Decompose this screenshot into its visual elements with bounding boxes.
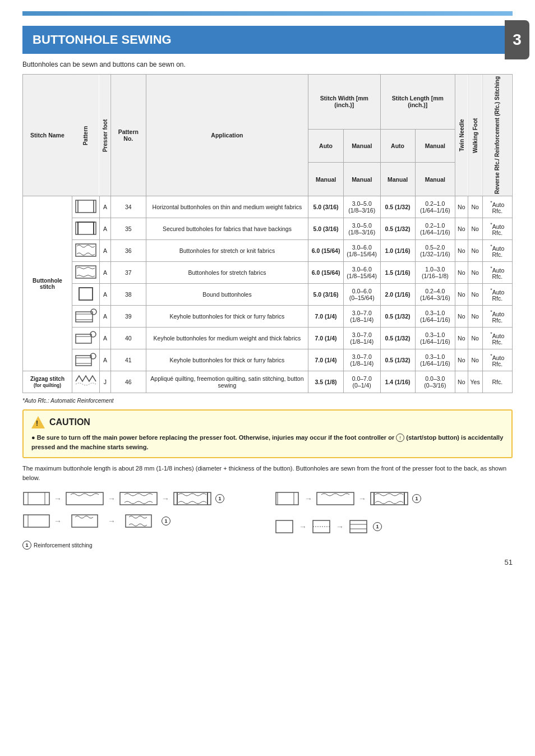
application-41: Keyhole buttonholes for thick or furry f… [146, 349, 308, 371]
sl-manual-39: 0.3–1.0(1/64–1/16) [415, 306, 455, 328]
svg-rect-40 [276, 520, 293, 533]
walking-foot-39: No [468, 306, 482, 328]
section-title: BUTTONHOLE SEWING [33, 33, 172, 47]
caution-icon [31, 416, 45, 428]
sl-auto-41: 0.5 (1/32) [380, 349, 415, 371]
sl-auto-39: 0.5 (1/32) [380, 306, 415, 328]
caution-box: CAUTION ● Be sure to turn off the main p… [22, 409, 513, 458]
reverse-34: *Auto Rfc. [482, 196, 512, 218]
th-twin-needle: Twin Needle [455, 75, 468, 196]
walking-foot-36: No [468, 240, 482, 262]
circle-2: 1 [162, 517, 170, 525]
pattern-no-37: 37 [110, 262, 146, 284]
svg-rect-21 [24, 492, 49, 505]
application-38: Bound buttonholes [146, 284, 308, 306]
arrow-r3: → [299, 522, 307, 531]
diag-bound-1 [273, 518, 296, 535]
sw-manual-37: 3.0–6.0(1/8–15/64) [343, 262, 380, 284]
sl-manual-37: 1.0–3.0(1/16–1/8) [415, 262, 455, 284]
top-decorative-bar [22, 11, 513, 16]
reverse-zigzag: Rfc. [482, 371, 512, 393]
pattern-no-35: 35 [110, 218, 146, 240]
application-35: Secured buttoholes for fabrics that have… [146, 218, 308, 240]
svg-rect-33 [276, 492, 298, 505]
svg-rect-9 [79, 288, 93, 300]
pattern-no-38: 38 [110, 284, 146, 306]
presser-foot-41: A [99, 349, 110, 371]
th-sl-auto2: Manual [380, 163, 415, 196]
sl-auto-38: 2.0 (1/16) [380, 284, 415, 306]
twin-needle-37: No [455, 262, 468, 284]
reverse-36: *Auto Rfc. [482, 240, 512, 262]
svg-rect-17 [76, 356, 91, 366]
caution-label: CAUTION [49, 417, 90, 427]
sl-manual-36: 0.5–2.0(1/32–1/16) [415, 240, 455, 262]
diagram-left: → → → 1 [22, 490, 262, 533]
sw-manual-39: 3.0–7.0(1/8–1/4) [343, 306, 380, 328]
presser-foot-36: A [99, 240, 110, 262]
th-pattern-no: Pattern No. [110, 75, 146, 196]
twin-needle-38: No [455, 284, 468, 306]
th-stitch-name: Stitch Name [23, 75, 72, 196]
application-37: Buttonholes for stretch fabrics [146, 262, 308, 284]
th-reverse-rfc: Reverse Rfc./ Reinforcement (Rfc.) Stitc… [482, 75, 512, 196]
presser-foot-40: A [99, 328, 110, 349]
diag-bound-2 [310, 518, 333, 535]
presser-foot-34: A [99, 196, 110, 218]
th-sl-manual: Manual [415, 129, 455, 163]
walking-foot-37: No [468, 262, 482, 284]
arrow-1: → [54, 494, 62, 503]
presser-foot-zigzag: J [99, 371, 110, 393]
sw-manual-34: 3.0–5.0(1/8–3/16) [343, 196, 380, 218]
pattern-no-41: 41 [110, 349, 146, 371]
diagram-row-3: → → 1 [273, 490, 513, 507]
diag-stitch-2 [65, 490, 104, 507]
caution-button-symbol: ↑ [396, 434, 406, 441]
section-header: BUTTONHOLE SEWING 3 [22, 26, 513, 54]
pattern-no-34: 34 [110, 196, 146, 218]
pattern-icon-34 [72, 196, 99, 218]
sw-auto-40: 7.0 (1/4) [308, 328, 344, 349]
sw-manual-38: 0.0–6.0(0–15/64) [343, 284, 380, 306]
arrow-r4: → [336, 522, 344, 531]
presser-foot-39: A [99, 306, 110, 328]
pattern-icon-37 [72, 262, 99, 284]
twin-needle-39: No [455, 306, 468, 328]
caution-bold-1: Be sure to turn off the main power befor… [37, 434, 395, 441]
application-34: Horizontal buttonholes on thin and mediu… [146, 196, 308, 218]
sw-auto-37: 6.0 (15/64) [308, 262, 344, 284]
circle-r1: 1 [412, 494, 421, 503]
twin-needle-34: No [455, 196, 468, 218]
reverse-39: *Auto Rfc. [482, 306, 512, 328]
pattern-icon-zigzag [72, 371, 99, 393]
reverse-40: *Auto Rfc. [482, 328, 512, 349]
diag-bound-3 [347, 518, 370, 535]
th-application: Application [146, 75, 308, 196]
diag-r-stitch-1 [273, 490, 301, 507]
arrow-5: → [108, 517, 116, 525]
sl-auto-35: 0.5 (1/32) [380, 218, 415, 240]
intro-text: Buttonholes can be sewn and buttons can … [22, 61, 513, 68]
arrow-r1: → [305, 494, 312, 503]
svg-rect-8 [76, 266, 96, 278]
th-sl-auto: Auto [380, 129, 415, 163]
sw-auto-34: 5.0 (3/16) [308, 196, 344, 218]
sl-manual-34: 0.2–1.0(1/64–1/16) [415, 196, 455, 218]
pattern-icon-36 [72, 240, 99, 262]
application-36: Buttonholes for stretch or knit fabrics [146, 240, 308, 262]
caution-text: ● Be sure to turn off the main power bef… [31, 433, 504, 451]
sw-manual-36: 3.0–6.0(1/8–15/64) [343, 240, 380, 262]
pattern-icon-41 [72, 349, 99, 371]
diag-stitch-6 [65, 513, 104, 529]
reinforcement-text: Reinforcement stitching [34, 542, 93, 548]
sw-manual-35: 3.0–5.0(1/8–3/16) [343, 218, 380, 240]
svg-rect-43 [350, 520, 367, 533]
svg-rect-7 [76, 244, 96, 256]
page-number: 51 [505, 558, 513, 566]
diag-stitch-4 [173, 490, 212, 507]
sw-auto-38: 5.0 (3/16) [308, 284, 344, 306]
pattern-no-36: 36 [110, 240, 146, 262]
svg-rect-0 [76, 200, 96, 213]
th-walking-foot: Walking Foot [468, 75, 482, 196]
walking-foot-40: No [468, 328, 482, 349]
